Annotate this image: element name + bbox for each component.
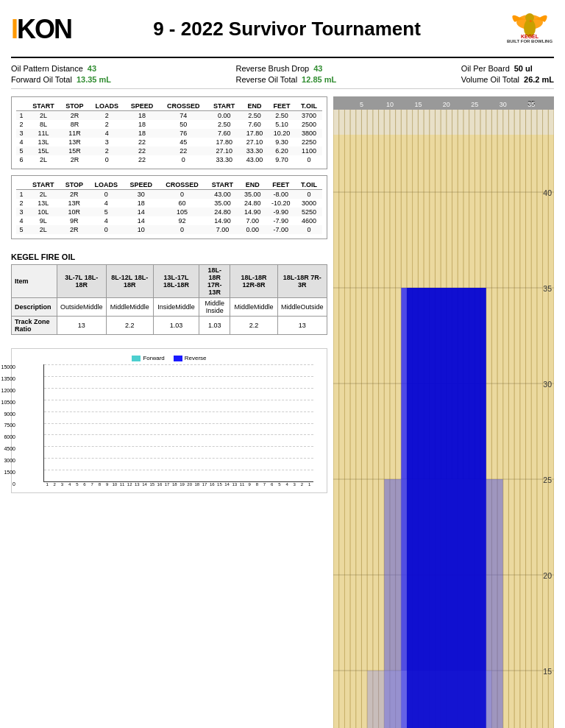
x-label: 14 [141, 482, 148, 487]
y-0: 0 [0, 481, 15, 487]
col-stop: STOP [60, 102, 89, 111]
forward-oil-total-value: 13.35 mL [77, 75, 111, 84]
zone-col-6: 18L-18R 7R-3R [277, 265, 327, 298]
table-cell: 1 [16, 190, 26, 199]
zone-ratio-2: 2.2 [106, 317, 153, 335]
zone-ratio-label: Track Zone Ratio [12, 317, 57, 335]
table-cell: 22 [124, 146, 159, 155]
x-label: 16 [208, 482, 216, 487]
chart-area [43, 364, 313, 482]
table-cell: 24.80 [206, 208, 239, 216]
stats-col-1: Oil Pattern Distance 43 Forward Oil Tota… [11, 64, 111, 84]
table-cell: 33.30 [241, 146, 268, 155]
header: IKON 9 - 2022 Survivor Tournament BUILT … [11, 7, 554, 58]
right-panel: 5101520253035404551015202530354045510152… [333, 96, 554, 728]
x-label: 5 [74, 482, 81, 487]
table-cell: 24.80 [239, 199, 266, 208]
table-cell: 2L [26, 111, 60, 121]
table-cell: 13R [60, 138, 89, 146]
zone-desc-2: MiddleMiddle [106, 298, 153, 317]
oil-per-board-label: Oil Per Board [461, 64, 510, 73]
col-loads-r: LOADS [88, 180, 124, 190]
svg-text:35: 35 [527, 101, 535, 108]
x-label: 11 [238, 482, 246, 487]
table-cell: 0 [88, 190, 124, 199]
zone-description-row: Description OutsideMiddle MiddleMiddle I… [12, 298, 327, 317]
x-label: 2 [51, 482, 58, 487]
table-cell: 3 [89, 138, 124, 146]
chart-bars [44, 364, 313, 481]
table-cell: 14.90 [206, 216, 239, 225]
chart-wrapper: 15000 13500 12000 10500 9000 7500 6000 4… [18, 364, 321, 487]
col-end-r: END [239, 180, 266, 190]
table-cell: 11R [60, 129, 89, 138]
table-row: 213L13R4186035.0024.80-10.203000 [16, 199, 322, 208]
table-cell: 3 [16, 129, 26, 138]
x-label: 8 [253, 482, 260, 487]
table-cell: -10.20 [266, 199, 296, 208]
table-cell: 3800 [296, 129, 322, 138]
table-cell: 0.00 [207, 111, 241, 121]
table-cell: 0.00 [239, 225, 266, 234]
col-toil: T.OIL [296, 102, 322, 111]
table-cell: 5.10 [268, 120, 295, 129]
svg-text:35: 35 [543, 284, 552, 293]
zone-col-4: 18L-18R 17R-13R [199, 265, 230, 298]
volume-oil-total-label: Volume Oil Total [461, 75, 519, 84]
zone-desc-3: InsideMiddle [153, 298, 199, 317]
table-cell: 2.50 [241, 111, 268, 121]
svg-text:20: 20 [543, 571, 552, 580]
table-cell: 0 [158, 190, 206, 199]
zone-col-5: 18L-18R 12R-8R [230, 265, 277, 298]
x-label: 4 [283, 482, 291, 487]
stats-col-2: Reverse Brush Drop 43 Reverse Oil Total … [236, 64, 337, 84]
table-row: 310L10R51410524.8014.90-9.905250 [16, 208, 322, 216]
table-cell: 45 [160, 138, 207, 146]
col-end: END [241, 102, 268, 111]
table-cell: 50 [160, 120, 207, 129]
x-label: 18 [193, 482, 201, 487]
forward-table-container: START STOP LOADS SPEED CROSSED START END… [11, 96, 327, 169]
table-row: 52L2R01007.000.00-7.000 [16, 225, 322, 234]
col-start2-r: START [206, 180, 239, 190]
svg-text:15: 15 [543, 667, 552, 676]
y-9000: 9000 [0, 411, 15, 417]
y-15000: 15000 [0, 364, 15, 370]
col-toil-r: T.OIL [296, 180, 322, 190]
page: IKON 9 - 2022 Survivor Tournament BUILT … [0, 0, 565, 728]
col-stop-r: STOP [60, 180, 88, 190]
table-cell: 18 [124, 111, 159, 121]
forward-table: START STOP LOADS SPEED CROSSED START END… [16, 102, 322, 164]
reverse-oil-total-value: 12.85 mL [302, 75, 336, 84]
col-crossed: CROSSED [160, 102, 207, 111]
zone-table: Item 3L-7L 18L-18R 8L-12L 18L-18R 13L-17… [11, 264, 327, 335]
chart-legend: Forward Reverse [18, 355, 321, 361]
table-cell: 7.60 [207, 129, 241, 138]
x-label: 12 [126, 482, 133, 487]
svg-text:20: 20 [443, 101, 450, 108]
table-cell: 76 [160, 129, 207, 138]
svg-rect-148 [407, 288, 486, 728]
table-cell: 3700 [296, 111, 322, 121]
svg-text:30: 30 [500, 101, 507, 108]
col-start2: START [207, 102, 241, 111]
y-12000: 12000 [0, 388, 15, 393]
table-cell: 11L [26, 129, 60, 138]
table-row: 413L13R3224517.8027.109.302250 [16, 138, 322, 146]
reverse-oil-total: Reverse Oil Total 12.85 mL [236, 75, 337, 84]
table-row: 311L11R418767.6017.8010.203800 [16, 129, 322, 138]
x-label: 7 [260, 482, 268, 487]
table-row: 62L2R022033.3043.009.700 [16, 155, 322, 164]
table-cell: -9.90 [266, 208, 296, 216]
col-loads: LOADS [89, 102, 124, 111]
x-label: 13 [231, 482, 238, 487]
table-cell: 13L [26, 199, 60, 208]
table-cell: 5250 [296, 208, 322, 216]
svg-text:25: 25 [543, 476, 552, 484]
volume-oil-total-value: 26.2 mL [524, 75, 554, 84]
table-cell: 74 [160, 111, 207, 121]
reverse-brush-drop-value: 43 [313, 64, 322, 73]
x-label: 13 [133, 482, 141, 487]
table-cell: 15R [60, 146, 89, 155]
table-cell: 22 [160, 146, 207, 155]
